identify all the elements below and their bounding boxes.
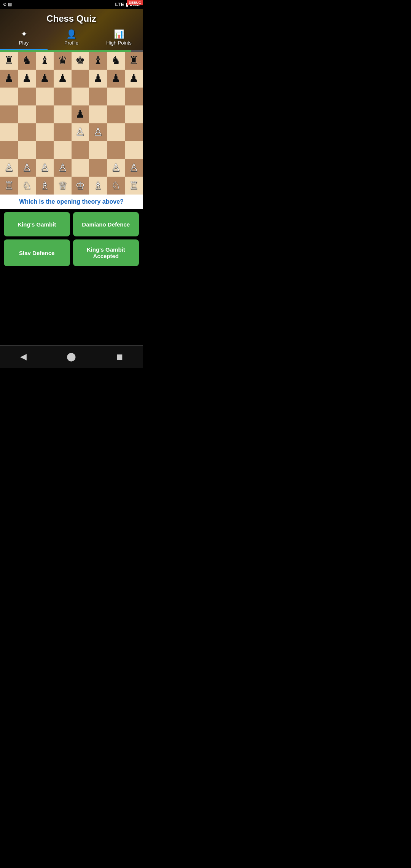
chess-cell [125,105,143,123]
lte-indicator: LTE [115,2,124,7]
chess-cell: ♚ [72,52,89,70]
chess-cell [107,123,125,141]
chess-cell [72,88,89,105]
chess-cell [107,105,125,123]
chess-cell [18,141,36,159]
chess-cell [72,159,89,177]
chess-cell [18,105,36,123]
recents-button[interactable]: ◼ [108,350,131,363]
tab-profile-label: Profile [64,40,78,46]
chess-cell [36,88,54,105]
debug-badge: DEBUG [127,0,143,5]
chess-cell: ♝ [89,52,107,70]
chess-cell: ♙ [89,123,107,141]
answer-button-4[interactable]: King's Gambit Accepted [73,239,139,266]
chess-cell [36,123,54,141]
chess-cell [89,141,107,159]
tab-play[interactable]: ✦ Play [0,27,48,50]
nav-tabs: ✦ Play 👤 Profile 📊 High Points [0,26,143,50]
chess-cell: ♗ [89,177,107,195]
chess-cell: ♟ [72,105,89,123]
chess-cell: ♙ [107,159,125,177]
chess-cell [0,141,18,159]
chess-cell [54,105,72,123]
chess-cell: ♜ [125,52,143,70]
chess-cell [125,123,143,141]
chess-board: ♜♞♝♛♚♝♞♜♟♟♟♟♟♟♟♟♙♙♙♙♙♙♙♙♖♘♗♕♔♗♘♖ [0,52,143,195]
chess-cell: ♙ [36,159,54,177]
tab-highpoints-label: High Points [106,40,131,46]
chess-cell: ♟ [89,70,107,88]
answer-button-2[interactable]: Damiano Defence [73,212,139,236]
play-icon: ✦ [21,29,27,39]
chess-cell [89,88,107,105]
chess-cell: ♙ [72,123,89,141]
answer-button-3[interactable]: Slav Defence [4,239,70,266]
chess-cell: ♙ [18,159,36,177]
question-text: Which is the opening theory above? [0,195,143,209]
app-title: Chess Quiz [0,12,143,26]
chess-cell [54,141,72,159]
chess-cell [125,141,143,159]
tab-highpoints[interactable]: 📊 High Points [95,27,143,50]
chess-cell [0,88,18,105]
chess-cell [0,123,18,141]
chess-cell: ♖ [0,177,18,195]
chess-cell: ♘ [18,177,36,195]
chess-board-wrapper: ♜♞♝♛♚♝♞♜♟♟♟♟♟♟♟♟♙♙♙♙♙♙♙♙♖♘♗♕♔♗♘♖ [0,52,143,195]
chess-cell: ♜ [0,52,18,70]
answer-grid: King's Gambit Damiano Defence Slav Defen… [0,209,143,269]
chess-cell: ♔ [72,177,89,195]
chess-cell: ♙ [125,159,143,177]
chess-cell: ♟ [54,70,72,88]
chess-cell [107,88,125,105]
chess-cell: ♛ [54,52,72,70]
tab-profile[interactable]: 👤 Profile [48,27,95,50]
chess-cell [36,141,54,159]
chess-cell: ♟ [18,70,36,88]
chess-cell: ♟ [107,70,125,88]
chess-cell [54,123,72,141]
chess-cell: ♞ [107,52,125,70]
chess-cell [107,141,125,159]
app-header: Chess Quiz ✦ Play 👤 Profile 📊 High Point… [0,9,143,50]
chess-cell [89,105,107,123]
chess-cell: ♗ [36,177,54,195]
chess-cell: ♖ [125,177,143,195]
chess-cell: ♘ [107,177,125,195]
chess-cell: ♙ [0,159,18,177]
chess-cell [0,105,18,123]
chess-cell: ♕ [54,177,72,195]
progress-bar-fill [0,50,131,52]
status-bar: ⊙ ▤ LTE ▮ 9:02 DEBUG [0,0,143,9]
wifi-icon: ⊙ [3,2,6,7]
chess-cell [36,105,54,123]
answer-button-1[interactable]: King's Gambit [4,212,70,236]
tab-play-label: Play [19,40,29,46]
bottom-navigation: ◀ ⬤ ◼ [0,345,143,368]
highpoints-icon: 📊 [114,29,124,39]
chess-cell [125,88,143,105]
progress-bar-container [0,50,143,52]
chess-cell: ♟ [125,70,143,88]
chess-cell: ♟ [0,70,18,88]
chess-cell [18,123,36,141]
chess-cell: ♞ [18,52,36,70]
chess-cell [72,141,89,159]
profile-icon: 👤 [66,29,76,39]
sim-icon: ▤ [8,2,12,7]
chess-cell: ♙ [54,159,72,177]
bottom-space [0,269,143,345]
chess-cell [18,88,36,105]
home-button[interactable]: ⬤ [59,350,84,363]
chess-cell: ♝ [36,52,54,70]
back-button[interactable]: ◀ [13,350,34,363]
status-left: ⊙ ▤ [3,2,12,7]
chess-cell [89,159,107,177]
chess-cell [72,70,89,88]
chess-cell: ♟ [36,70,54,88]
chess-cell [54,88,72,105]
